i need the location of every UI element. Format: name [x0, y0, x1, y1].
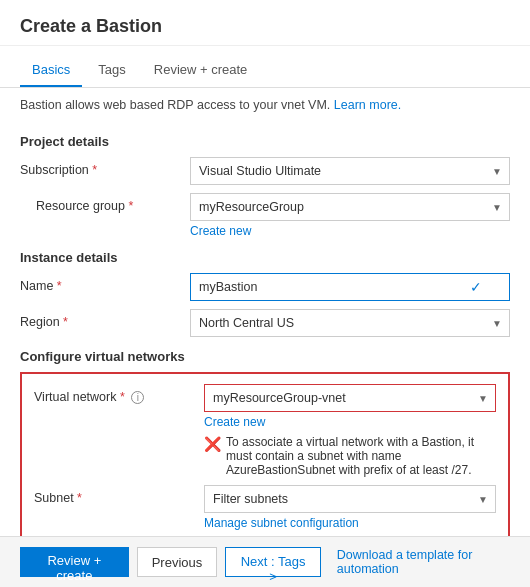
region-row: Region * North Central US ▼	[20, 309, 510, 337]
name-label: Name *	[20, 273, 190, 293]
resource-group-create-new[interactable]: Create new	[190, 224, 510, 238]
subnet-manage-link[interactable]: Manage subnet configuration	[204, 516, 496, 530]
page-title: Create a Bastion	[20, 16, 510, 37]
subnet-select[interactable]: Filter subnets	[204, 485, 496, 513]
highlighted-section: Virtual network * i myResourceGroup-vnet…	[20, 372, 510, 550]
automation-link[interactable]: Download a template for automation	[337, 548, 510, 576]
resource-group-select[interactable]: myResourceGroup	[190, 193, 510, 221]
subscription-input-col: Visual Studio Ultimate ▼	[190, 157, 510, 185]
resource-group-input-col: myResourceGroup ▼ Create new	[190, 193, 510, 238]
tab-basics[interactable]: Basics	[20, 54, 82, 87]
tab-bar: Basics Tags Review + create	[0, 54, 530, 88]
resource-group-label: Resource group *	[20, 193, 190, 213]
subnet-label: Subnet *	[34, 485, 204, 505]
tab-review-create[interactable]: Review + create	[142, 54, 260, 87]
subscription-select[interactable]: Visual Studio Ultimate	[190, 157, 510, 185]
name-input-col: ✓	[190, 273, 510, 301]
footer: Review + create Previous Next : Tags > D…	[0, 536, 530, 587]
vnet-label: Virtual network * i	[34, 384, 204, 404]
subnet-select-wrapper: Filter subnets ▼	[204, 485, 496, 513]
subnet-input-col: Filter subnets ▼ Manage subnet configura…	[204, 485, 496, 530]
name-row: Name * ✓	[20, 273, 510, 301]
review-create-button[interactable]: Review + create	[20, 547, 129, 577]
region-input-col: North Central US ▼	[190, 309, 510, 337]
learn-more-link[interactable]: Learn more.	[334, 98, 401, 112]
vnet-select-wrapper: myResourceGroup-vnet ▼	[204, 384, 496, 412]
region-select-wrapper: North Central US ▼	[190, 309, 510, 337]
resource-group-row: Resource group * myResourceGroup ▼ Creat…	[20, 193, 510, 238]
vnet-error-message: ❌ To associate a virtual network with a …	[204, 435, 496, 477]
next-button[interactable]: Next : Tags >	[225, 547, 321, 577]
resource-group-select-wrapper: myResourceGroup ▼	[190, 193, 510, 221]
subscription-label: Subscription *	[20, 157, 190, 177]
region-label: Region *	[20, 309, 190, 329]
tab-tags[interactable]: Tags	[86, 54, 137, 87]
vnet-create-new[interactable]: Create new	[204, 415, 496, 429]
subnet-row: Subnet * Filter subnets ▼ Manage subnet …	[34, 485, 496, 530]
name-input[interactable]	[190, 273, 510, 301]
previous-button[interactable]: Previous	[137, 547, 218, 577]
vnet-section-title: Configure virtual networks	[20, 349, 510, 364]
error-icon: ❌	[204, 435, 221, 455]
instance-details-title: Instance details	[20, 250, 510, 265]
vnet-info-icon[interactable]: i	[131, 391, 144, 404]
vnet-select[interactable]: myResourceGroup-vnet	[204, 384, 496, 412]
page-description: Bastion allows web based RDP access to y…	[0, 88, 530, 118]
subscription-row: Subscription * Visual Studio Ultimate ▼	[20, 157, 510, 185]
region-select[interactable]: North Central US	[190, 309, 510, 337]
project-details-title: Project details	[20, 134, 510, 149]
vnet-row: Virtual network * i myResourceGroup-vnet…	[34, 384, 496, 477]
vnet-input-col: myResourceGroup-vnet ▼ Create new ❌ To a…	[204, 384, 496, 477]
name-input-wrapper: ✓	[190, 273, 510, 301]
subscription-select-wrapper: Visual Studio Ultimate ▼	[190, 157, 510, 185]
